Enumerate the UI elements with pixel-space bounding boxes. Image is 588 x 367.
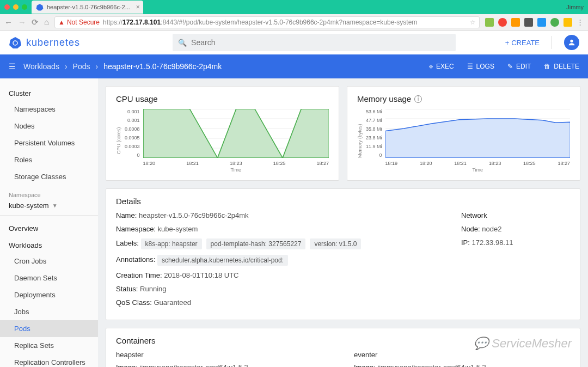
ext-icon[interactable] xyxy=(564,18,572,27)
sidebar-item-replica-sets[interactable]: Replica Sets xyxy=(0,337,98,354)
namespace-select[interactable]: kube-system ▼ xyxy=(0,199,98,216)
app-header: kubernetes 🔍 + CREATE xyxy=(0,30,588,54)
memory-chart-card: Memory usage i Memory (bytes) 53.6 Mi47.… xyxy=(347,86,580,181)
exec-button[interactable]: ⎆EXEC xyxy=(429,63,454,70)
kubernetes-logo[interactable]: kubernetes xyxy=(9,36,80,49)
sidebar-item-namespaces[interactable]: Namespaces xyxy=(0,101,98,118)
search-icon: 🔍 xyxy=(178,39,187,47)
mem-x-label: Time xyxy=(385,167,570,173)
annotation-chip[interactable]: scheduler.alpha.kubernetes.io/critical-p… xyxy=(157,255,288,266)
edit-button[interactable]: ✎EDIT xyxy=(507,63,531,70)
svg-marker-0 xyxy=(36,4,44,10)
memory-chart-title: Memory usage i xyxy=(357,94,570,103)
detail-namespace: Namespace: kube-system xyxy=(116,225,439,233)
ext-icon[interactable] xyxy=(550,18,559,27)
memory-chart xyxy=(385,109,570,158)
ext-icon[interactable] xyxy=(511,18,520,27)
detail-name: Name: heapster-v1.5.0-76c9b966c-2p4mk xyxy=(116,211,439,219)
container-image: Image: jimmysong/heapster-amd64:v1.5.3 xyxy=(354,363,570,367)
sidebar-item-storage-classes[interactable]: Storage Classes xyxy=(0,168,98,185)
home-button[interactable]: ⌂ xyxy=(44,17,49,27)
chevron-right-icon: › xyxy=(95,62,98,71)
container-name: heapster xyxy=(116,351,332,359)
cpu-x-label: Time xyxy=(143,167,329,173)
sidebar-item-nodes[interactable]: Nodes xyxy=(0,118,98,134)
search-box[interactable]: 🔍 xyxy=(173,34,456,51)
details-title: Details xyxy=(116,197,570,206)
detail-creation: Creation Time: 2018-08-01T10:18 UTC xyxy=(116,271,439,279)
bookmark-icon[interactable]: ☆ xyxy=(470,19,476,26)
sidebar-item-cron-jobs[interactable]: Cron Jobs xyxy=(0,253,98,270)
detail-status: Status: Running xyxy=(116,285,439,293)
chevron-down-icon: ▼ xyxy=(52,203,58,209)
forward-button[interactable]: → xyxy=(18,17,26,27)
sidebar-item-jobs[interactable]: Jobs xyxy=(0,303,98,320)
reload-button[interactable]: ⟳ xyxy=(32,17,39,27)
info-icon[interactable]: i xyxy=(414,95,422,103)
label-chip[interactable]: pod-template-hash: 327565227 xyxy=(206,238,306,249)
detail-labels: Labels: k8s-app: heapsterpod-template-ha… xyxy=(116,238,439,249)
sidebar-item-daemon-sets[interactable]: Daemon Sets xyxy=(0,270,98,286)
plus-icon: + xyxy=(505,39,510,47)
create-button[interactable]: + CREATE xyxy=(505,39,540,47)
delete-button[interactable]: 🗑DELETE xyxy=(544,63,579,70)
sidebar-item-roles[interactable]: Roles xyxy=(0,151,98,168)
detail-ip: IP: 172.33.98.11 xyxy=(461,238,570,247)
sidebar-overview[interactable]: Overview xyxy=(0,219,98,236)
ext-icon[interactable] xyxy=(498,18,507,27)
browser-tab-bar: heapster-v1.5.0-76c9b966c-2... Jimmy xyxy=(0,0,588,14)
divider xyxy=(552,36,552,49)
detail-qos: QoS Class: Guaranteed xyxy=(116,298,439,307)
network-header: Network xyxy=(461,211,570,219)
cpu-chart-card: CPU usage CPU (cores) 0.0010.0010.00080.… xyxy=(106,86,339,181)
maximize-window[interactable] xyxy=(22,4,27,10)
mem-y-label: Memory (bytes) xyxy=(357,109,363,173)
browser-tab[interactable]: heapster-v1.5.0-76c9b966c-2... xyxy=(32,1,143,14)
breadcrumb-bar: ☰ Workloads › Pods › heapster-v1.5.0-76c… xyxy=(0,54,588,78)
sidebar-item-replication-controllers[interactable]: Replication Controllers xyxy=(0,354,98,367)
label-chip[interactable]: k8s-app: heapster xyxy=(141,238,202,249)
minimize-window[interactable] xyxy=(13,4,19,10)
ext-icon[interactable] xyxy=(524,18,533,27)
url-input[interactable]: ▲ Not Secure https://172.17.8.101:8443/#… xyxy=(54,16,480,28)
logs-button[interactable]: ☰LOGS xyxy=(467,63,494,70)
menu-icon[interactable]: ⋮ xyxy=(577,18,584,26)
details-card: Details Name: heapster-v1.5.0-76c9b966c-… xyxy=(106,188,580,320)
container-heapster: heapsterImage: jimmysong/heapster-amd64:… xyxy=(116,351,332,367)
ext-icon[interactable] xyxy=(537,18,546,27)
breadcrumb-workloads[interactable]: Workloads xyxy=(23,62,59,71)
sidebar-workloads-header[interactable]: Workloads xyxy=(0,236,98,253)
svg-point-3 xyxy=(570,40,573,42)
person-icon xyxy=(567,38,576,47)
container-eventer: eventerImage: jimmysong/heapster-amd64:v… xyxy=(354,351,570,367)
mem-y-ticks: 53.6 Mi47.7 Mi35.8 Mi23.8 Mi11.9 Mi0 xyxy=(366,109,382,158)
sidebar-item-pods[interactable]: Pods xyxy=(0,320,98,337)
ext-icon[interactable] xyxy=(485,18,494,27)
user-avatar[interactable] xyxy=(564,35,579,50)
browser-profile[interactable]: Jimmy xyxy=(566,4,584,10)
breadcrumb-pods[interactable]: Pods xyxy=(73,62,90,71)
container-name: eventer xyxy=(354,351,570,359)
url-text: https://172.17.8.101:8443/#!/pod/kube-sy… xyxy=(103,19,417,26)
svg-marker-1 xyxy=(9,37,21,48)
wechat-icon: 💬 xyxy=(474,337,488,351)
cpu-chart xyxy=(143,109,329,158)
window-controls xyxy=(4,4,27,10)
hamburger-icon[interactable]: ☰ xyxy=(9,62,16,71)
label-chip[interactable]: version: v1.5.0 xyxy=(310,238,361,249)
search-input[interactable] xyxy=(191,38,450,47)
sidebar-item-persistent-volumes[interactable]: Persistent Volumes xyxy=(0,134,98,151)
back-button[interactable]: ← xyxy=(4,17,13,27)
cpu-y-label: CPU (cores) xyxy=(116,109,121,173)
cpu-y-ticks: 0.0010.0010.00080.00050.00030 xyxy=(125,109,140,158)
security-warning: ▲ Not Secure xyxy=(58,19,100,26)
address-bar: ← → ⟳ ⌂ ▲ Not Secure https://172.17.8.10… xyxy=(0,14,588,30)
close-window[interactable] xyxy=(4,4,10,10)
terminal-icon: ⎆ xyxy=(429,63,433,70)
trash-icon: 🗑 xyxy=(544,63,550,70)
detail-node: Node: node2 xyxy=(461,225,570,233)
cpu-chart-title: CPU usage xyxy=(116,94,329,103)
sidebar-item-deployments[interactable]: Deployments xyxy=(0,286,98,303)
sidebar: Cluster NamespacesNodesPersistent Volume… xyxy=(0,78,98,367)
sidebar-cluster-header[interactable]: Cluster xyxy=(0,84,98,101)
